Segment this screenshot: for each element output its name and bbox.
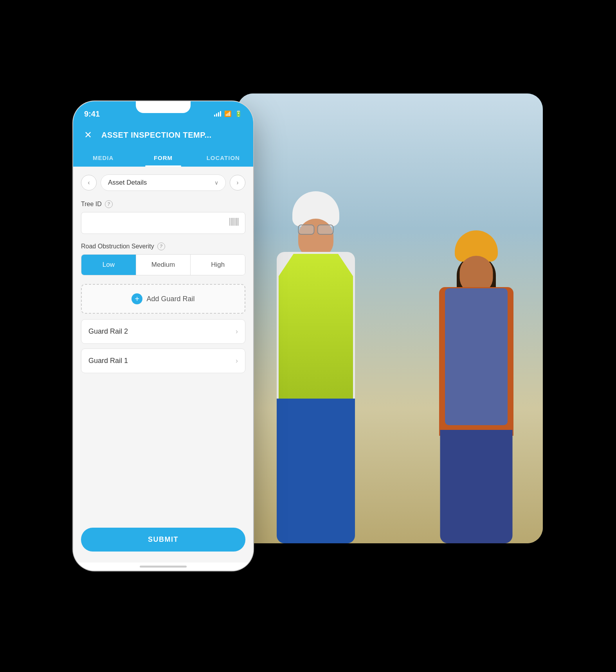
tree-id-label: Tree ID ? <box>81 200 245 208</box>
tree-id-field-group: Tree ID ? <box>81 200 245 234</box>
scene: 9:41 📶 🔋 ✕ ASSET INSPECTION TEMP... <box>73 62 543 610</box>
severity-high-button[interactable]: High <box>191 255 245 275</box>
road-obstruction-field-group: Road Obstruction Severity ? Low Medium H… <box>81 243 245 275</box>
vest-green <box>279 254 353 402</box>
tab-bar: MEDIA FORM LOCATION <box>73 150 253 167</box>
signal-icon <box>214 111 221 117</box>
tab-location[interactable]: LOCATION <box>193 150 253 167</box>
home-bar-area <box>73 562 253 571</box>
submit-button[interactable]: SUBMIT <box>81 528 245 552</box>
worker-scene <box>238 93 543 543</box>
submit-area: SUBMIT <box>73 521 253 562</box>
section-name: Asset Details <box>108 179 147 187</box>
tree-id-input[interactable] <box>81 212 245 234</box>
severity-button-group: Low Medium High <box>81 254 245 275</box>
home-bar <box>140 566 187 568</box>
road-obstruction-help-icon[interactable]: ? <box>157 243 165 250</box>
glasses <box>297 225 335 234</box>
phone-mockup: 9:41 📶 🔋 ✕ ASSET INSPECTION TEMP... <box>73 101 253 571</box>
guard-rail-1-label: Guard Rail 1 <box>88 357 128 365</box>
barcode-icon <box>229 218 239 228</box>
close-button[interactable]: ✕ <box>81 128 95 142</box>
road-obstruction-label: Road Obstruction Severity ? <box>81 243 245 250</box>
svg-rect-3 <box>233 218 233 226</box>
svg-rect-5 <box>235 218 236 226</box>
legs-left <box>277 399 355 543</box>
svg-rect-1 <box>231 218 231 226</box>
chevron-down-icon: ∨ <box>214 180 218 186</box>
header-title: ASSET INSPECTION TEMP... <box>101 131 245 140</box>
severity-medium-button[interactable]: Medium <box>136 255 191 275</box>
svg-rect-2 <box>232 218 233 226</box>
phone-inner: 9:41 📶 🔋 ✕ ASSET INSPECTION TEMP... <box>73 101 253 571</box>
add-guard-rail-button[interactable]: + Add Guard Rail <box>81 284 245 314</box>
svg-rect-4 <box>234 218 234 226</box>
phone-notch <box>136 101 191 113</box>
guard-rail-1-arrow: › <box>236 357 238 365</box>
svg-rect-0 <box>229 218 230 226</box>
worker-right <box>425 223 527 543</box>
next-section-button[interactable]: › <box>230 175 245 190</box>
legs-right <box>440 430 513 543</box>
severity-low-button[interactable]: Low <box>81 255 136 275</box>
shirt-plaid <box>445 288 508 425</box>
svg-rect-7 <box>237 218 238 226</box>
wifi-icon: 📶 <box>224 110 232 117</box>
battery-icon: 🔋 <box>235 110 242 117</box>
app-header: ✕ ASSET INSPECTION TEMP... <box>73 123 253 150</box>
status-icons: 📶 🔋 <box>214 110 242 117</box>
section-nav: ‹ Asset Details ∨ › <box>81 174 245 191</box>
svg-rect-6 <box>236 218 237 226</box>
section-dropdown[interactable]: Asset Details ∨ <box>101 174 226 191</box>
background-photo <box>238 93 543 543</box>
guard-rail-2-item[interactable]: Guard Rail 2 › <box>81 319 245 344</box>
tree-id-help-icon[interactable]: ? <box>105 200 113 208</box>
prev-section-button[interactable]: ‹ <box>81 175 97 190</box>
form-content: ‹ Asset Details ∨ › Tree ID ? <box>73 167 253 521</box>
add-guard-rail-label: Add Guard Rail <box>146 295 195 303</box>
guard-rail-2-arrow: › <box>236 327 238 336</box>
guard-rail-2-label: Guard Rail 2 <box>88 327 128 336</box>
svg-rect-8 <box>238 218 239 226</box>
worker-left <box>261 191 371 543</box>
plus-icon: + <box>131 293 142 304</box>
tab-form[interactable]: FORM <box>133 150 193 167</box>
guard-rail-1-item[interactable]: Guard Rail 1 › <box>81 349 245 373</box>
tab-media[interactable]: MEDIA <box>73 150 133 167</box>
status-time: 9:41 <box>84 110 100 119</box>
